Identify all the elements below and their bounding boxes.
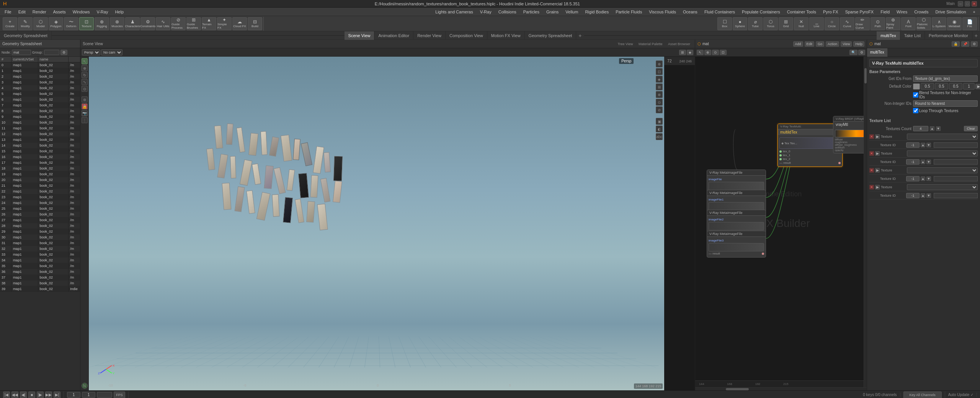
add-tab-button[interactable]: + <box>576 32 584 39</box>
vp-view-btn8[interactable]: ▣ <box>656 118 663 125</box>
node-scroll-x[interactable] <box>695 387 867 390</box>
frame-end-input[interactable] <box>97 392 112 398</box>
textures-count-up[interactable]: ▲ <box>930 126 934 131</box>
spreadsheet-row[interactable]: 5 map1 book_02 /m <box>0 91 80 97</box>
viscous-fluids-menu[interactable]: Viscous Fluids <box>646 9 679 15</box>
tool-box[interactable]: ☐Box <box>717 17 732 30</box>
scale-tool[interactable]: ⤡ <box>82 79 88 85</box>
minimize-button[interactable]: ─ <box>958 1 963 7</box>
texture-0-select[interactable] <box>907 134 978 140</box>
node-tool-move[interactable]: ⊕ <box>704 50 711 55</box>
texture-3-select[interactable] <box>907 184 978 190</box>
play-step-back-btn[interactable]: ◀| <box>20 391 27 398</box>
get-ids-dropdown[interactable]: Texture (id_grm_tex) <box>913 75 978 82</box>
vp-view-btn7[interactable]: ⊘ <box>656 106 663 113</box>
spreadsheet-row[interactable]: 30 map1 book_02 /m <box>0 235 80 240</box>
node-scroll-y[interactable] <box>864 57 867 387</box>
vp-view-btn6[interactable]: ⊙ <box>656 99 663 106</box>
texture-2-arrow[interactable]: ▶ <box>875 168 880 173</box>
wires-menu[interactable]: Wires <box>893 9 910 15</box>
tab-model[interactable]: ⬡Model <box>33 17 48 30</box>
fluid-containers-menu[interactable]: Fluid Containers <box>701 9 738 15</box>
spreadsheet-row[interactable]: 28 map1 book_02 /m <box>0 223 80 229</box>
prop-lock-btn[interactable]: 🔒 <box>952 41 960 47</box>
node-options[interactable]: ⚙ <box>858 50 865 55</box>
play-stop-btn[interactable]: ■ <box>28 391 35 398</box>
spreadsheet-row[interactable]: 38 map1 book_02 /m <box>0 281 80 286</box>
frame-start-input[interactable] <box>67 392 80 398</box>
asset-browser-tab[interactable]: Asset Browser <box>666 41 693 47</box>
tab-animation-editor[interactable]: Animation Editor <box>374 31 413 40</box>
color-b-input[interactable] <box>949 83 962 90</box>
menu-file[interactable]: File <box>2 9 15 15</box>
tool-spray-paint[interactable]: ⊛Spray Paint <box>886 17 900 30</box>
texture-3-id-down[interactable]: ▼ <box>926 193 931 198</box>
texture-0-id-input[interactable] <box>906 142 920 148</box>
tab-simple-fx[interactable]: ✦Simple FX <box>217 17 232 30</box>
texture-2-id-input[interactable] <box>906 176 920 181</box>
tab-cloud-fx[interactable]: ☁Cloud FX <box>232 17 247 30</box>
spreadsheet-row[interactable]: 19 map1 book_02 /m <box>0 171 80 177</box>
textures-count-input[interactable] <box>913 126 928 131</box>
node-go-btn[interactable]: Go <box>816 41 824 47</box>
tab-motion-fx[interactable]: Motion FX View <box>487 31 525 40</box>
port-in-dot2[interactable] <box>779 158 782 160</box>
display-select[interactable]: No cam <box>101 49 122 55</box>
more-tool[interactable]: ⋮ <box>82 117 88 123</box>
play-fwd-btn[interactable]: ▶▶ <box>45 391 52 398</box>
tab-constraints[interactable]: ⚙Constraints <box>140 17 155 30</box>
clear-button[interactable]: Clear <box>964 126 978 131</box>
texture-3-arrow[interactable]: ▶ <box>875 185 880 189</box>
spreadsheet-row[interactable]: 33 map1 book_02 /m <box>0 252 80 258</box>
port-out-result-dot[interactable] <box>838 162 841 164</box>
color-a-input[interactable] <box>963 83 975 90</box>
spreadsheet-row[interactable]: 37 map1 book_02 /m <box>0 275 80 281</box>
spreadsheet-row[interactable]: 9 map1 book_02 /m <box>0 114 80 120</box>
menu-render[interactable]: Render <box>29 9 49 15</box>
spreadsheet-row[interactable]: 14 map1 book_02 /m <box>0 143 80 148</box>
port-in-dot0[interactable] <box>779 150 782 153</box>
handle-tool[interactable]: ⊙ <box>82 86 88 92</box>
texture-3-id-input[interactable] <box>906 193 920 198</box>
texture-1-remove[interactable]: ✕ <box>869 151 874 156</box>
rigid-bodies-menu[interactable]: Rigid Bodies <box>582 9 612 15</box>
texture-0-remove[interactable]: ✕ <box>869 134 874 139</box>
node-canvas[interactable]: Indie Edition VEX Builder V-Ray MetaImag… <box>695 57 867 390</box>
loop-textures-checkbox[interactable] <box>913 108 918 113</box>
rotate-tool[interactable]: ↻ <box>82 72 88 78</box>
spreadsheet-row[interactable]: 36 map1 book_02 /m <box>0 269 80 275</box>
node-add-btn[interactable]: Add <box>793 41 803 47</box>
tool-torus[interactable]: ⬡Torus <box>763 17 778 30</box>
texture-0-id-up[interactable]: ▲ <box>921 143 925 147</box>
texture-1-id-input[interactable] <box>906 159 920 165</box>
transform-tool[interactable]: ⊕ <box>82 65 88 71</box>
texture-2-remove[interactable]: ✕ <box>869 168 874 173</box>
spreadsheet-row[interactable]: 23 map1 book_02 /m <box>0 194 80 200</box>
texture-3-bar[interactable] <box>934 193 978 198</box>
node-tool-frame[interactable]: ⊡ <box>720 50 727 55</box>
play-end-btn[interactable]: ▶| <box>54 391 60 398</box>
node-tool-select[interactable]: ↖ <box>697 50 704 55</box>
vp-view-btn1[interactable]: ⊕ <box>656 60 663 67</box>
fps-btn[interactable]: FPS <box>114 391 125 398</box>
menu-assets[interactable]: Assets <box>50 9 69 15</box>
tool-lsystem[interactable]: ∧L-System <box>932 17 946 30</box>
close-button[interactable]: ✕ <box>972 1 977 7</box>
container-tools-menu[interactable]: Container Tools <box>784 9 819 15</box>
textures-count-down[interactable]: ▼ <box>936 126 941 131</box>
tab-terrain-fx[interactable]: ▲Terrain FX <box>202 17 216 30</box>
3d-viewport[interactable]: ⊕ ⊡ ◈ ⊞ ⊗ ⊙ ⊘ ▣ ◐ abc <box>89 57 664 390</box>
texture-0-bar[interactable] <box>934 142 978 148</box>
snap-tool[interactable]: ⊛ <box>82 96 88 103</box>
tab-rigging[interactable]: ⊕Rigging <box>95 17 109 30</box>
tab-deform[interactable]: 〜Deform <box>64 17 78 30</box>
spreadsheet-row[interactable]: 8 map1 book_02 /m <box>0 108 80 114</box>
tab-geo-spreadsheet-center[interactable]: Geometry Spreadsheet <box>525 31 577 40</box>
texture-3-remove[interactable]: ✕ <box>869 185 874 189</box>
oceans-menu[interactable]: Oceans <box>680 9 701 15</box>
play-start-btn[interactable]: |◀ <box>3 391 10 398</box>
spreadsheet-row[interactable]: 4 map1 book_02 /m <box>0 85 80 91</box>
spreadsheet-row[interactable]: 13 map1 book_02 /m <box>0 137 80 143</box>
lock-tool[interactable]: 🔒 <box>82 103 88 109</box>
spreadsheet-row[interactable]: 24 map1 book_02 /m <box>0 200 80 206</box>
